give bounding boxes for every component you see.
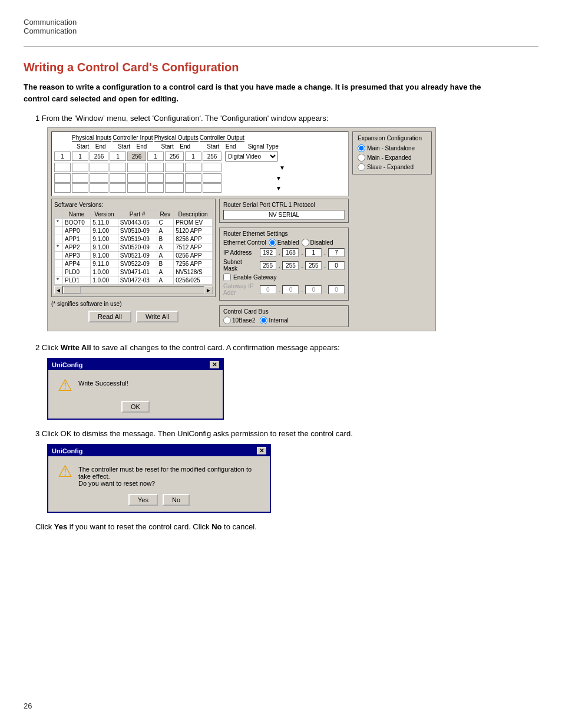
10base2-label[interactable]: 10Base2 — [223, 317, 255, 324]
step2-rest: to save all changes to the control card.… — [91, 343, 340, 352]
sw-part: SV0510-09 — [118, 227, 157, 235]
scrollbar-thumb[interactable] — [63, 286, 81, 294]
scroll-right[interactable]: ► — [204, 286, 213, 294]
sw-version: 9.1.00 — [91, 227, 118, 235]
ctrl-out-end-cell: 256 — [203, 151, 222, 161]
dialog2-yes-button[interactable]: Yes — [128, 494, 158, 506]
scroll-left[interactable]: ◄ — [54, 286, 62, 294]
dialog1-close-button[interactable]: ✕ — [210, 361, 219, 368]
gateway-enable-row: Enable Gateway — [223, 274, 345, 281]
empty-cout-e-1 — [203, 163, 222, 172]
ip-address-row: IP Address . . . — [223, 248, 345, 257]
dialog1-ok-button[interactable]: OK — [121, 401, 150, 413]
sw-col-rev: Rev — [157, 210, 174, 219]
sw-part: SV0521-09 — [118, 252, 157, 260]
empty-phys-s-2 — [72, 173, 88, 183]
sw-table-row: APP3 9.1.00 SV0521-09 A 0256 APP — [55, 252, 213, 260]
empty-ctrl-e-3 — [127, 183, 146, 193]
empty-out-s-3 — [147, 183, 164, 193]
router-ethernet-panel: Router Ethernet Settings Ethernet Contro… — [219, 228, 349, 301]
dialog2-buttons: Yes No — [48, 494, 270, 512]
read-all-button[interactable]: Read All — [88, 311, 131, 322]
10base2-radio[interactable] — [223, 317, 231, 324]
dialog1-message: Write Successful! — [78, 377, 213, 387]
dialog2-no-button[interactable]: No — [163, 494, 190, 506]
ip-field-3[interactable] — [305, 248, 322, 257]
main-standalone-label[interactable]: Main - Standalone — [358, 144, 427, 152]
slave-expanded-label[interactable]: Slave - Expanded — [358, 163, 427, 171]
subnet-label: Subnet Mask — [223, 259, 257, 272]
disabled-radio[interactable] — [302, 239, 309, 246]
dialog2-message: The controller must be reset for the mod… — [78, 463, 260, 487]
phys-start-cell: 1 — [72, 151, 88, 161]
expansion-title: Expansion Configuration — [358, 135, 427, 141]
subnet-3[interactable] — [305, 261, 322, 270]
slave-expanded-radio[interactable] — [358, 163, 365, 171]
dialog1-buttons: OK — [48, 401, 223, 419]
empty-ctrl-e-1 — [127, 163, 146, 172]
main-standalone-radio[interactable] — [358, 144, 365, 152]
ctrl-input-title: Controller Input — [113, 134, 153, 142]
dropdown-arrow-3: ▼ — [276, 185, 282, 192]
sub-sep-3: . — [324, 262, 326, 269]
expansion-config-panel: Expansion Configuration Main - Standalon… — [352, 131, 432, 174]
sw-mark: * — [55, 243, 63, 252]
empty-phys-e-2 — [90, 173, 108, 183]
subnet-1[interactable] — [260, 261, 276, 270]
sw-name: BOOT0 — [63, 219, 91, 227]
subnet-4[interactable] — [328, 261, 345, 270]
ip-field-2[interactable] — [282, 248, 299, 257]
empty-cout-e-3 — [203, 183, 222, 193]
sw-version: 9.1.00 — [91, 235, 118, 243]
ip-field-4[interactable] — [328, 248, 345, 257]
dialog2-content: ⚠ The controller must be reset for the m… — [48, 456, 270, 494]
empty-ctrl-s-3 — [110, 183, 126, 193]
sw-mark — [55, 235, 63, 243]
sw-part: SV0520-09 — [118, 243, 157, 252]
signal-type-select[interactable]: Digital Video — [225, 151, 278, 162]
empty-phys-e-3 — [90, 183, 108, 193]
slave-expanded-text: Slave - Expanded — [367, 164, 414, 170]
sw-desc: 5120 APP — [174, 227, 213, 235]
step-1-label: 1 From the 'Window' menu, select 'Config… — [35, 114, 538, 123]
ip-field-1[interactable] — [260, 248, 276, 257]
gw-1[interactable] — [260, 285, 276, 294]
main-expanded-radio[interactable] — [358, 154, 365, 162]
sw-mark: * — [55, 219, 63, 227]
sw-footnote: (* signifies software in use) — [51, 301, 216, 307]
main-expanded-label[interactable]: Main - Expanded — [358, 154, 427, 162]
empty-phys-s-3 — [72, 183, 88, 193]
dialog2-close-button[interactable]: ✕ — [257, 447, 266, 454]
sw-desc: 8256 APP — [174, 235, 213, 243]
write-all-button[interactable]: Write All — [136, 311, 178, 322]
gw-sep-2: . — [301, 286, 303, 293]
gw-2[interactable] — [282, 285, 299, 294]
enabled-radio[interactable] — [269, 239, 276, 246]
sw-col-desc: Description — [174, 210, 213, 219]
ip-sep-2: . — [301, 249, 303, 256]
sw-desc: PROM EV — [174, 219, 213, 227]
final-text: Click Yes if you want to reset the contr… — [35, 522, 538, 531]
phys-inputs-title: Physical Inputs — [72, 134, 111, 142]
enabled-label[interactable]: Enabled — [269, 239, 299, 246]
gateway-checkbox[interactable] — [223, 274, 231, 281]
internal-label[interactable]: Internal — [260, 317, 288, 324]
dialog-reset-confirm: UniConfig ✕ ⚠ The controller must be res… — [47, 444, 271, 513]
ctrl-out-start-header: Start — [205, 143, 222, 150]
step-3-text: 3 Click OK to dismiss the message. Then … — [35, 429, 538, 438]
sw-rev: A — [157, 268, 174, 276]
warning-icon-2: ⚠ — [58, 463, 72, 480]
disabled-label[interactable]: Disabled — [302, 239, 333, 246]
gw-4[interactable] — [328, 285, 345, 294]
dialog2-message1: The controller must be reset for the mod… — [78, 466, 260, 480]
sw-mark — [55, 268, 63, 276]
subnet-2[interactable] — [282, 261, 299, 270]
empty-out-e-2 — [165, 173, 184, 183]
gw-3[interactable] — [305, 285, 322, 294]
ctrl-input-group: Controller Input Start End — [113, 134, 153, 150]
section-title: Writing a Control Card's Configuration — [24, 61, 538, 74]
router-serial-panel: Router Serial Port CTRL 1 Protocol NV SE… — [219, 199, 349, 223]
top-divider — [24, 46, 538, 47]
sub-sep-2: . — [301, 262, 303, 269]
internal-radio[interactable] — [260, 317, 267, 324]
